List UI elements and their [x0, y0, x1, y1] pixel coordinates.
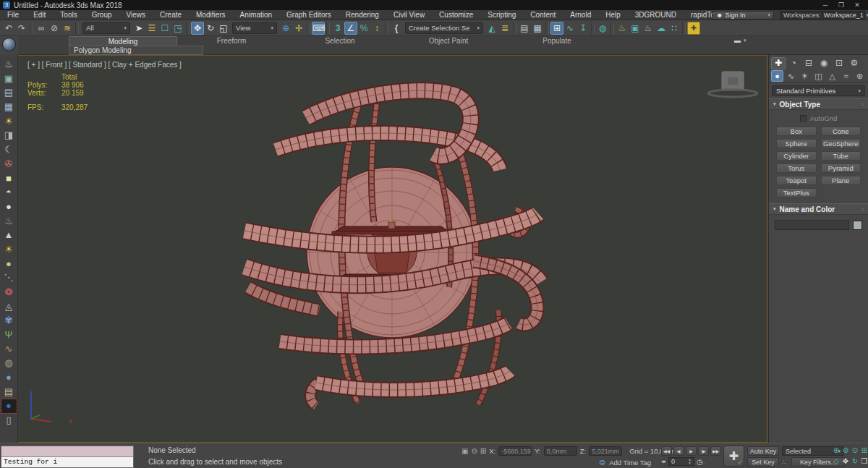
moon-shadow-icon[interactable]: ☾ — [1, 142, 17, 157]
maximize-button[interactable]: ❐ — [833, 1, 849, 9]
set-key-button[interactable]: Set Key — [747, 457, 779, 467]
menu-item[interactable]: File — [0, 11, 26, 19]
curve-editor-icon[interactable]: ⊞ — [550, 22, 563, 35]
spinner-snap-toggle-icon[interactable]: ↕ — [370, 22, 383, 35]
zoom-extents-icon[interactable]: ⊙ — [851, 446, 859, 456]
render-production-icon[interactable]: ♨ — [642, 22, 655, 35]
menu-item[interactable]: Content — [523, 11, 563, 19]
undo-icon[interactable]: ↶ — [2, 22, 15, 35]
go-to-start-button[interactable]: ◀◀ — [661, 446, 672, 456]
z-coordinate-field[interactable]: 5,021mm — [589, 446, 622, 456]
material-editor-icon[interactable]: ◍ — [596, 22, 609, 35]
object-type-button[interactable]: TextPlus — [776, 188, 817, 197]
hedra-flower-icon[interactable]: ✾ — [1, 313, 17, 328]
object-type-button[interactable]: Box — [776, 127, 817, 136]
object-name-input[interactable] — [775, 220, 849, 230]
tab-display[interactable]: ⊡ — [832, 57, 846, 69]
object-type-button[interactable]: Plane — [821, 176, 861, 185]
menu-item[interactable]: Scripting — [480, 11, 523, 19]
isolate-selection-toggle-icon[interactable]: ▣ — [461, 447, 468, 455]
grid-panel-icon[interactable]: ▦ — [1, 100, 17, 114]
maximize-viewport-icon[interactable]: ❒ — [860, 456, 868, 467]
ribbon-config[interactable]: ▬ ▾ — [734, 37, 746, 44]
field-of-view-icon[interactable]: ◇ — [832, 456, 841, 467]
sphere-matte-icon[interactable]: ● — [1, 257, 17, 271]
next-frame-button[interactable]: |▶ — [698, 446, 709, 456]
menu-item[interactable]: Tools — [53, 11, 84, 19]
auto-key-button[interactable]: Auto Key — [747, 446, 779, 456]
menu-item[interactable]: Graph Editors — [279, 11, 339, 19]
object-type-button[interactable]: Cone — [821, 127, 861, 136]
camera-red-icon[interactable]: ✇ — [1, 157, 17, 171]
menu-item[interactable]: Rendering — [339, 11, 386, 19]
dome-primitive-icon[interactable]: ◓ — [1, 185, 17, 200]
tab-modify[interactable]: ◔ — [786, 57, 801, 69]
box-primitive-icon[interactable]: ■ — [1, 171, 17, 186]
unlink-selection-icon[interactable]: ⊘ — [48, 22, 61, 35]
reference-coordinate-system-dropdown[interactable]: View ▾ — [232, 22, 277, 34]
snaps-toggle-3d-icon[interactable]: 3 — [331, 22, 344, 35]
absolute-mode-transform-icon[interactable]: ⊞ — [480, 447, 486, 455]
listener-script-row[interactable]: Testing for i — [1, 457, 133, 467]
maxscript-mini-listener[interactable]: Testing for i — [1, 446, 134, 468]
object-type-button[interactable]: Cylinder — [776, 151, 817, 161]
select-and-move-icon[interactable]: ✥ — [191, 22, 204, 35]
keyboard-shortcut-override-icon[interactable]: ⌨ — [312, 22, 325, 35]
object-color-swatch[interactable] — [853, 221, 862, 230]
add-time-tag[interactable]: ⊜ Add Time Tag — [599, 458, 651, 467]
y-coordinate-field[interactable]: 0,0mm — [544, 446, 577, 456]
use-pivot-point-center-icon[interactable]: ⊕ — [279, 22, 292, 35]
x-coordinate-field[interactable]: -5680,159mm — [498, 446, 532, 456]
select-and-manipulate-icon[interactable]: ✢ — [292, 22, 305, 35]
category-geometry[interactable]: ● — [771, 70, 783, 82]
menu-item[interactable]: Create — [153, 11, 189, 19]
tab-create[interactable]: ✚ — [771, 57, 786, 69]
spinner-icon[interactable]: ▲▼ — [688, 458, 692, 465]
menu-item[interactable]: Help — [598, 11, 628, 19]
window-crossing-icon[interactable]: ◳ — [171, 22, 184, 35]
play-button[interactable]: ▶ — [686, 446, 697, 456]
tab-object-paint[interactable]: Object Paint — [394, 36, 503, 46]
render-setup-icon[interactable]: ♨ — [616, 22, 629, 35]
name-and-color-rollout-header[interactable]: ▾ Name and Color ▫ — [769, 203, 868, 215]
menu-item[interactable]: Views — [119, 11, 153, 19]
light-bulb-icon[interactable]: ☀ — [1, 114, 17, 129]
menu-item[interactable]: Arnold — [563, 11, 598, 19]
current-frame-field[interactable]: 0 ▲▼ — [668, 457, 694, 466]
render-teapot-icon[interactable]: ♨ — [1, 57, 17, 72]
menu-item[interactable]: Modifiers — [189, 11, 233, 19]
toggle-layer-explorer-icon[interactable]: ▦ — [531, 22, 544, 35]
object-type-button[interactable]: Teapot — [776, 176, 817, 185]
toggle-scene-explorer-icon[interactable]: ▤ — [518, 22, 531, 35]
render-presets-icon[interactable]: ∷ — [668, 22, 681, 35]
category-helpers[interactable]: △ — [826, 70, 838, 82]
orbit-icon[interactable]: ↻ — [851, 456, 859, 467]
redo-icon[interactable]: ↷ — [15, 22, 28, 35]
go-to-end-button[interactable]: ▶▶ — [710, 446, 721, 456]
document-icon[interactable]: ▯ — [1, 413, 17, 427]
select-and-rotate-icon[interactable]: ↻ — [204, 22, 217, 35]
category-space-warps[interactable]: ≈ — [840, 70, 852, 82]
object-type-button[interactable]: Torus — [776, 163, 817, 173]
rectangular-selection-region-icon[interactable]: ☐ — [158, 22, 171, 35]
key-mode-toggle-icon[interactable]: ◷. — [697, 458, 705, 466]
blue-sphere-icon[interactable]: ● — [1, 370, 17, 385]
particles-rain-icon[interactable]: ⋱ — [1, 271, 17, 285]
align-icon[interactable]: ≣ — [498, 22, 511, 35]
object-type-button[interactable]: Pyramid — [821, 163, 861, 173]
selected-sphere-icon[interactable]: ● — [1, 399, 17, 414]
bind-to-space-warp-icon[interactable]: ≋ — [61, 22, 74, 35]
menu-item[interactable]: Edit — [26, 11, 53, 19]
render-in-cloud-icon[interactable]: ☁ — [655, 22, 668, 35]
sign-in-button[interactable]: ☻ Sign In ▾ — [712, 11, 774, 20]
viewport-label[interactable]: [ + ] [ Front ] [ Standard ] [ Clay + Ed… — [27, 61, 182, 69]
rendered-frame-icon[interactable]: ▣ — [1, 72, 17, 86]
key-step-icon[interactable]: ◂▸ — [661, 459, 666, 464]
menu-item[interactable]: Group — [85, 11, 119, 19]
menu-item[interactable]: 3DGROUND — [628, 11, 684, 19]
tab-populate[interactable]: Populate — [503, 36, 611, 46]
category-systems[interactable]: ⊛ — [854, 70, 866, 82]
camera-speaker-icon[interactable]: ◨ — [1, 128, 17, 142]
gamepad-icon[interactable]: ◬ — [1, 299, 17, 314]
category-shapes[interactable]: ∿ — [785, 70, 797, 82]
